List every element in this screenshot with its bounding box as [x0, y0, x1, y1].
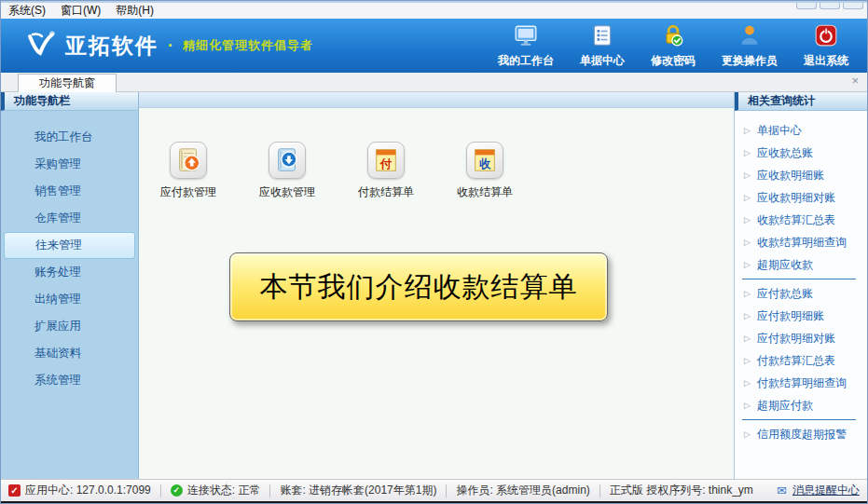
query-item-receipt-summary[interactable]: ▷收款结算汇总表	[735, 209, 867, 231]
left-nav-panel: 功能导航栏 我的工作台 采购管理 销售管理 仓库管理 往来管理 账务处理 出纳管…	[1, 92, 139, 479]
triangle-icon: ▷	[744, 171, 751, 180]
triangle-icon: ▷	[744, 216, 751, 225]
shortcut-label: 应付款管理	[160, 184, 216, 200]
action-label: 退出系统	[804, 53, 848, 69]
action-change-password[interactable]: 修改密码	[651, 23, 696, 69]
query-list: ▷单据中心 ▷应收款总账 ▷应收款明细账 ▷应收款明细对账 ▷收款结算汇总表 ▷…	[735, 111, 867, 445]
divider	[269, 484, 270, 497]
monitor-icon	[514, 23, 538, 51]
action-label: 修改密码	[651, 53, 696, 69]
action-my-workbench[interactable]: 我的工作台	[498, 23, 554, 69]
notebook-down-arrow-icon	[269, 142, 306, 179]
sidebar-item-base-data[interactable]: 基础资料	[1, 340, 138, 367]
tab-function-nav[interactable]: 功能导航窗	[18, 74, 117, 92]
status-license: 正式版 授权序列号: think_ym	[610, 483, 753, 498]
query-item-overdue-receivable[interactable]: ▷超期应收款	[735, 253, 867, 276]
action-label: 更换操作员	[722, 53, 778, 69]
query-item-receipt-detail-query[interactable]: ▷收款结算明细查询	[735, 231, 867, 253]
svg-text:收: 收	[479, 157, 491, 170]
notebook-up-arrow-icon	[170, 142, 207, 179]
query-item-payable-detail[interactable]: ▷应付款明细账	[735, 305, 867, 327]
query-panel: 相关查询统计 ▷单据中心 ▷应收款总账 ▷应收款明细账 ▷应收款明细对账 ▷收款…	[734, 92, 867, 479]
brand-name: 亚拓软件	[65, 32, 158, 61]
query-item-receivable-reconcile[interactable]: ▷应收款明细对账	[735, 186, 867, 209]
sidebar-item-extensions[interactable]: 扩展应用	[1, 313, 138, 340]
lock-icon	[661, 23, 685, 51]
divider	[742, 419, 856, 420]
sidebar-item-workbench[interactable]: 我的工作台	[1, 124, 138, 151]
header-actions: 我的工作台 单据中心	[498, 23, 848, 69]
triangle-icon: ▷	[744, 402, 751, 410]
menu-window[interactable]: 窗口(W)	[61, 3, 101, 19]
sidebar-item-sales[interactable]: 销售管理	[1, 178, 138, 205]
check-icon: ✓	[171, 484, 183, 497]
message-center-link[interactable]: ✉ 消息提醒中心	[777, 483, 860, 498]
triangle-icon: ▷	[744, 194, 751, 202]
note-pay-icon: 付	[367, 142, 405, 179]
triangle-icon: ▷	[744, 261, 751, 269]
status-app-center: ✓ 应用中心: 127.0.0.1:7099	[8, 483, 151, 498]
app-window: 系统(S) 窗口(W) 帮助(H) 亚拓软件 · 精细化管理软件倡导者	[0, 0, 868, 504]
maximize-button[interactable]	[820, 3, 840, 9]
query-item-payment-summary[interactable]: ▷付款结算汇总表	[735, 349, 867, 372]
brand: 亚拓软件 · 精细化管理软件倡导者	[25, 28, 313, 63]
menu-help[interactable]: 帮助(H)	[116, 3, 154, 19]
query-item-document-center[interactable]: ▷单据中心	[735, 119, 867, 142]
body: 功能导航栏 我的工作台 采购管理 销售管理 仓库管理 往来管理 账务处理 出纳管…	[1, 92, 867, 479]
lesson-banner: 本节我们介绍收款结算单	[229, 252, 608, 321]
brand-slogan: 精细化管理软件倡导者	[183, 37, 313, 54]
action-change-operator[interactable]: 更换操作员	[722, 23, 778, 69]
left-nav-title: 功能导航栏	[1, 92, 138, 111]
query-panel-title: 相关查询统计	[735, 92, 867, 111]
shortcut-payables[interactable]: 应付款管理	[153, 142, 224, 200]
triangle-icon: ▷	[744, 312, 751, 320]
query-item-receivable-ledger[interactable]: ▷应收款总账	[735, 142, 867, 164]
divider	[446, 484, 447, 497]
query-item-payment-detail-query[interactable]: ▷付款结算明细查询	[735, 372, 867, 394]
query-item-receivable-detail[interactable]: ▷应收款明细账	[735, 164, 867, 186]
center-header-strip	[139, 92, 734, 108]
query-item-payable-ledger[interactable]: ▷应付款总账	[735, 282, 867, 305]
left-nav-items: 我的工作台 采购管理 销售管理 仓库管理 往来管理 账务处理 出纳管理 扩展应用…	[1, 111, 138, 394]
action-exit-system[interactable]: 退出系统	[804, 23, 848, 69]
app-header: 亚拓软件 · 精细化管理软件倡导者 我的工作台	[1, 19, 867, 73]
sidebar-item-purchase[interactable]: 采购管理	[1, 151, 138, 178]
triangle-icon: ▷	[744, 149, 751, 157]
user-icon	[737, 23, 762, 51]
sidebar-item-system[interactable]: 系统管理	[1, 367, 138, 394]
app-center-icon: ✓	[8, 484, 21, 497]
triangle-icon: ▷	[744, 357, 751, 365]
status-account-set: 账套: 进销存帐套(2017年第1期)	[280, 483, 436, 498]
shortcut-receivables[interactable]: 应收款管理	[252, 142, 323, 200]
status-connection: ✓ 连接状态: 正常	[171, 483, 261, 498]
sidebar-item-warehouse[interactable]: 仓库管理	[1, 205, 138, 232]
tab-strip: 功能导航窗 ×	[1, 73, 867, 92]
action-document-center[interactable]: 单据中心	[580, 23, 625, 69]
query-item-credit-alert[interactable]: ▷信用额度超期报警	[735, 423, 867, 445]
shortcut-payment-note[interactable]: 付 付款结算单	[351, 142, 421, 200]
triangle-icon: ▷	[744, 238, 751, 247]
status-operator: 操作员: 系统管理员(admin)	[456, 483, 589, 498]
minimize-button[interactable]	[796, 3, 817, 9]
svg-text:付: 付	[379, 157, 393, 170]
sidebar-item-transactions[interactable]: 往来管理	[4, 232, 135, 259]
query-item-payable-reconcile[interactable]: ▷应付款明细对账	[735, 327, 867, 349]
shortcut-label: 付款结算单	[358, 184, 414, 200]
envelope-icon: ✉	[777, 484, 787, 497]
sidebar-item-accounting[interactable]: 账务处理	[1, 259, 138, 286]
query-item-overdue-payable[interactable]: ▷超期应付款	[735, 394, 867, 416]
close-button[interactable]	[843, 3, 863, 9]
status-bar: ✓ 应用中心: 127.0.0.1:7099 ✓ 连接状态: 正常 账套: 进销…	[1, 479, 867, 501]
sidebar-item-cashier[interactable]: 出纳管理	[1, 286, 138, 313]
triangle-icon: ▷	[744, 430, 751, 439]
shortcut-label: 应收款管理	[259, 184, 315, 200]
document-icon	[590, 23, 614, 51]
divider	[160, 484, 161, 497]
shortcut-receipt-note[interactable]: 收 收款结算单	[449, 142, 520, 200]
menu-system[interactable]: 系统(S)	[8, 3, 46, 19]
triangle-icon: ▷	[744, 290, 751, 298]
close-icon[interactable]: ×	[851, 74, 859, 88]
shortcuts-row: 应付款管理 应收款管理	[139, 142, 734, 200]
power-icon	[814, 23, 838, 51]
triangle-icon: ▷	[744, 127, 751, 135]
